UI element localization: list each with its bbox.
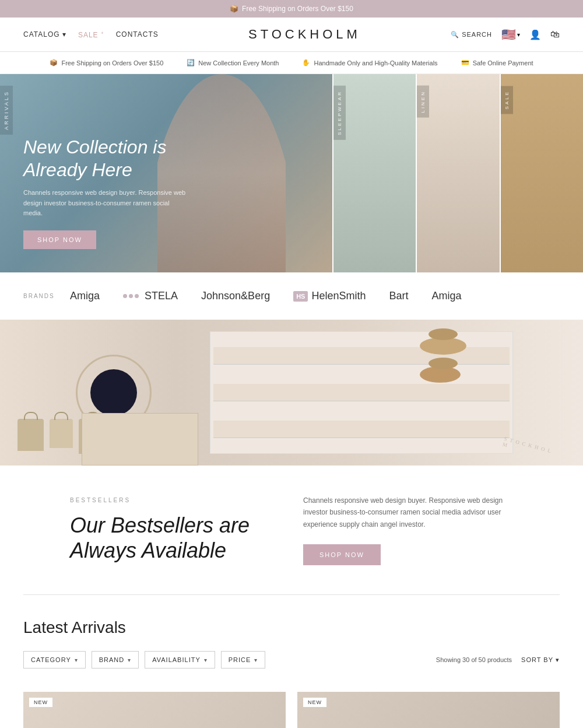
product-image-1: New — [23, 692, 286, 728]
shipping-icon: 📦 — [50, 59, 58, 66]
brand-stela[interactable]: STELA — [123, 290, 178, 302]
showing-count: Showing 30 of 50 products — [436, 656, 512, 663]
bag-2 — [50, 419, 73, 448]
nav-left: CATALOG ▾ SALE + CONTACTS — [23, 30, 159, 39]
nav-contacts-link[interactable]: CONTACTS — [116, 30, 159, 38]
availability-filter-arrow: ▾ — [204, 657, 208, 663]
hero-panel-sleepwear[interactable]: SLEEPWEAR — [332, 74, 416, 272]
sleepwear-label: SLEEPWEAR — [333, 86, 346, 140]
cabinet — [82, 413, 198, 466]
bestsellers-heading: Our Bestsellers are Always Available — [70, 513, 268, 563]
chevron-down-icon: ▾ — [517, 32, 520, 38]
brands-list: Amiga STELA Johnson&Berg HS HelenSmith B… — [70, 290, 560, 302]
cart-button[interactable]: 🛍 — [550, 29, 560, 40]
hat-wall — [420, 337, 466, 383]
brand-filter[interactable]: BRAND ▾ — [92, 651, 139, 668]
products-grid: New New — [0, 692, 583, 728]
latest-arrivals-section: Latest Arrivals CATEGORY ▾ BRAND ▾ AVAIL… — [0, 595, 583, 692]
info-handmade: ✋ Handmade Only and High-Quality Materia… — [302, 59, 437, 66]
language-selector[interactable]: 🇺🇸 ▾ — [501, 27, 520, 41]
sale-label: SALE — [501, 86, 513, 114]
flag-icon: 🇺🇸 — [501, 27, 516, 41]
sort-by-button[interactable]: SORT BY ▾ — [521, 656, 560, 664]
brand-helensmith[interactable]: HS HelenSmith — [293, 290, 366, 302]
hero-heading: New Collection is Already Here — [23, 136, 187, 181]
hat-2 — [420, 366, 461, 383]
product-badge-2: New — [303, 698, 326, 707]
bestsellers-shop-now-button[interactable]: SHOP NOW — [303, 544, 381, 565]
bestsellers-description: Channels responsive web design buyer. Re… — [303, 495, 513, 530]
announcement-text: Free Shipping on Orders Over $150 — [242, 5, 353, 13]
brand-amiga-1[interactable]: Amiga — [70, 290, 100, 302]
watermark-text: STOCKHOLM — [502, 436, 554, 460]
bestsellers-section: BESTSELLERS Our Bestsellers are Always A… — [0, 466, 583, 594]
stela-dots-icon — [123, 294, 139, 298]
filters-right: Showing 30 of 50 products SORT BY ▾ — [436, 656, 560, 664]
sleepwear-figure — [333, 74, 416, 272]
announcement-icon: 📦 — [230, 5, 238, 13]
hero-shop-now-button[interactable]: SHOP NOW — [23, 230, 96, 249]
brand-logo: STOCKHOLM — [248, 27, 361, 42]
search-icon: 🔍 — [451, 31, 459, 38]
hero-side-panels: SLEEPWEAR LINEN SALE — [332, 74, 583, 272]
hat-1 — [420, 337, 466, 355]
collection-icon: 🔄 — [187, 59, 195, 66]
hero-arrivals-label: ARRIVALS — [0, 86, 13, 135]
category-filter-arrow: ▾ — [75, 657, 78, 663]
main-nav: CATALOG ▾ SALE + CONTACTS STOCKHOLM 🔍 SE… — [0, 18, 583, 52]
info-collection: 🔄 New Collection Every Month — [187, 59, 279, 66]
cart-icon: 🛍 — [550, 29, 560, 39]
payment-icon: 💳 — [461, 59, 469, 66]
brands-section-label: BRANDS — [23, 293, 58, 299]
linen-label: LINEN — [417, 86, 429, 118]
shelf-row-2 — [213, 384, 510, 401]
search-button[interactable]: 🔍 SEARCH — [451, 31, 492, 38]
hero-description: Channels responsive web design buyer. Re… — [23, 188, 187, 219]
brand-amiga-2[interactable]: Amiga — [432, 290, 462, 302]
handmade-icon: ✋ — [302, 59, 310, 66]
bestsellers-right: Channels responsive web design buyer. Re… — [303, 495, 513, 565]
product-badge-1: New — [29, 698, 52, 707]
chevron-down-icon: ▾ — [62, 30, 66, 38]
bestsellers-eyebrow: BESTSELLERS — [70, 497, 268, 503]
brand-johnsonberg[interactable]: Johnson&Berg — [201, 290, 270, 302]
announcement-bar: 📦 Free Shipping on Orders Over $150 — [0, 0, 583, 18]
price-filter[interactable]: PRICE ▾ — [221, 651, 266, 668]
hero-panel-sale[interactable]: SALE — [500, 74, 583, 272]
bestsellers-left: BESTSELLERS Our Bestsellers are Always A… — [70, 497, 268, 563]
bag-1 — [17, 419, 44, 451]
shelf-row-3 — [213, 421, 510, 438]
brand-bart[interactable]: Bart — [389, 290, 408, 302]
hero-main-panel: ARRIVALS New Collection is Already Here … — [0, 74, 332, 272]
interior-banner: STOCKHOLM — [0, 320, 583, 466]
brands-section: BRANDS Amiga STELA Johnson&Berg HS Helen… — [0, 272, 583, 320]
price-filter-arrow: ▾ — [254, 657, 258, 663]
info-payment: 💳 Safe Online Payment — [461, 59, 533, 66]
info-shipping: 📦 Free Shipping on Orders Over $150 — [50, 59, 163, 66]
hs-badge-icon: HS — [293, 291, 308, 302]
linen-figure — [417, 74, 499, 272]
category-filter[interactable]: CATEGORY ▾ — [23, 651, 86, 668]
hero-section: ARRIVALS New Collection is Already Here … — [0, 74, 583, 272]
filters-bar: CATEGORY ▾ BRAND ▾ AVAILABILITY ▾ PRICE … — [23, 651, 560, 668]
shelf — [210, 331, 513, 454]
product-card-2[interactable]: New — [297, 692, 560, 728]
nav-catalog-link[interactable]: CATALOG ▾ — [23, 30, 66, 38]
sort-by-arrow: ▾ — [556, 656, 560, 664]
latest-arrivals-heading: Latest Arrivals — [23, 618, 560, 637]
availability-filter[interactable]: AVAILABILITY ▾ — [145, 651, 215, 668]
hero-panel-linen[interactable]: LINEN — [416, 74, 499, 272]
info-bar: 📦 Free Shipping on Orders Over $150 🔄 Ne… — [0, 52, 583, 74]
sale-badge: + — [101, 30, 104, 36]
mirror-inner — [90, 369, 137, 416]
account-button[interactable]: 👤 — [529, 29, 541, 40]
nav-sale-link[interactable]: SALE + — [78, 30, 104, 39]
product-card-1[interactable]: New — [23, 692, 286, 728]
brand-filter-arrow: ▾ — [128, 657, 131, 663]
hero-content: New Collection is Already Here Channels … — [23, 136, 187, 249]
user-icon: 👤 — [529, 30, 541, 40]
product-image-2: New — [297, 692, 560, 728]
nav-right: 🔍 SEARCH 🇺🇸 ▾ 👤 🛍 — [451, 27, 560, 41]
